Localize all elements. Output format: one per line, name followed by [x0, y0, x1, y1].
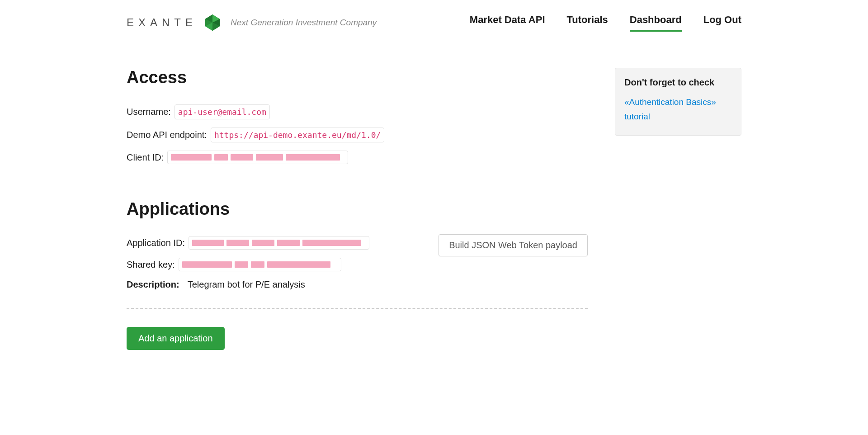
field-shared-key: Shared key:	[127, 258, 588, 271]
gem-logo-icon	[203, 14, 222, 32]
header: EXANTE Next Generation Investment Compan…	[127, 0, 741, 36]
shared-key-label: Shared key:	[127, 260, 175, 270]
aside: Don't forget to check «Authentication Ba…	[615, 68, 741, 136]
field-description: Description: Telegram bot for P/E analys…	[127, 279, 588, 290]
add-application-button[interactable]: Add an application	[127, 327, 225, 350]
endpoint-value[interactable]: https://api-demo.exante.eu/md/1.0/	[211, 128, 384, 142]
nav-dashboard[interactable]: Dashboard	[630, 14, 682, 32]
brand-name: EXANTE	[127, 16, 197, 29]
nav-log-out[interactable]: Log Out	[703, 14, 741, 32]
nav-tutorials[interactable]: Tutorials	[567, 14, 608, 32]
reminder-box: Don't forget to check «Authentication Ba…	[615, 68, 741, 136]
brand-tagline: Next Generation Investment Company	[231, 18, 377, 28]
description-value: Telegram bot for P/E analysis	[188, 279, 305, 290]
brand: EXANTE	[127, 14, 222, 32]
field-endpoint: Demo API endpoint: https://api-demo.exan…	[127, 128, 588, 142]
shared-key-value-redacted[interactable]	[179, 258, 341, 271]
application-id-value-redacted[interactable]	[189, 236, 369, 250]
build-token-button[interactable]: Build JSON Web Token payload	[439, 234, 588, 256]
username-value[interactable]: api-user@email.com	[175, 104, 270, 119]
section-title-access: Access	[127, 68, 588, 87]
client-id-value-redacted[interactable]	[167, 151, 348, 164]
main-nav: Market Data API Tutorials Dashboard Log …	[470, 14, 741, 32]
client-id-label: Client ID:	[127, 152, 164, 163]
description-label: Description:	[127, 279, 179, 290]
content: Access Username: api-user@email.com Demo…	[127, 68, 588, 350]
nav-market-data-api[interactable]: Market Data API	[470, 14, 545, 32]
field-client-id: Client ID:	[127, 151, 588, 164]
username-label: Username:	[127, 107, 171, 117]
field-username: Username: api-user@email.com	[127, 104, 588, 119]
reminder-title: Don't forget to check	[624, 77, 732, 88]
auth-basics-link[interactable]: «Authentication Basics» tutorial	[624, 97, 716, 121]
section-title-applications: Applications	[127, 199, 588, 219]
divider	[127, 308, 588, 309]
application-id-label: Application ID:	[127, 238, 185, 248]
application-block: Build JSON Web Token payload Application…	[127, 236, 588, 290]
endpoint-label: Demo API endpoint:	[127, 130, 207, 140]
